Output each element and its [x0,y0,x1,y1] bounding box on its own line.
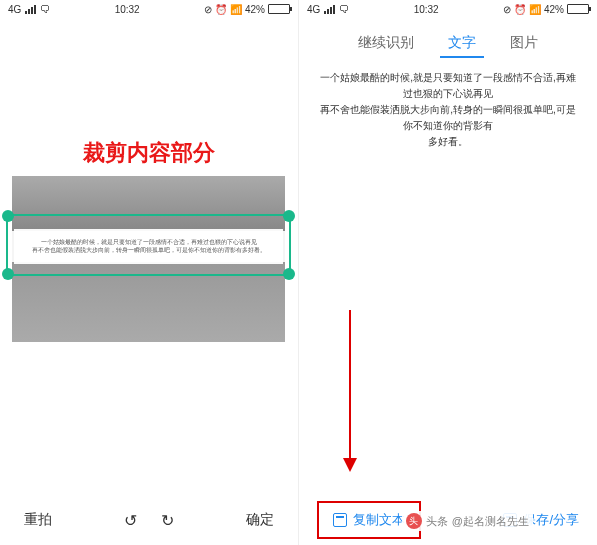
ocr-result-text[interactable]: 一个姑娘最酷的时候,就是只要知道了一段感情不合适,再难过也狠的下心说再见 再不舍… [299,58,597,162]
toutiao-icon: 头 [406,513,422,529]
crop-handle-top-left[interactable] [2,210,14,222]
status-bar-right: 4G 🗨 10:32 ⊘ ⏰ 📶 42% [299,0,597,18]
wifi-icon: 📶 [230,4,242,15]
wechat-icon: 🗨 [339,4,349,15]
battery-percent: 42% [544,4,564,15]
crop-area[interactable]: 一个姑娘最酷的时候，就是只要知道了一段感情不合适，再难过也狠的下心说再见 再不舍… [12,176,285,342]
left-phone-screen: 4G 🗨 10:32 ⊘ ⏰ 📶 42% 裁剪内容部分 一个姑娘最酷的时候，就是… [0,0,298,545]
result-tabs: 继续识别 文字 图片 [299,30,597,58]
tab-continue-recognition[interactable]: 继续识别 [350,30,422,58]
annotation-arrow [349,310,351,470]
rotate-left-icon[interactable]: ↺ [124,511,137,530]
copy-icon [333,513,347,527]
alarm-off-icon: ⊘ [503,4,511,15]
network-label: 4G [307,4,320,15]
right-phone-screen: 4G 🗨 10:32 ⊘ ⏰ 📶 42% 继续识别 文字 图片 一个姑娘最酷的时… [298,0,597,545]
rotate-right-icon[interactable]: ↻ [161,511,174,530]
crop-title-annotation: 裁剪内容部分 [0,138,298,168]
confirm-button[interactable]: 确定 [246,511,274,529]
signal-icon [25,5,36,14]
crop-handle-bottom-right[interactable] [283,268,295,280]
watermark: 头 头条 @起名测名先生 [402,511,533,531]
battery-icon [268,4,290,14]
left-bottom-bar: 重拍 ↺ ↻ 确定 [0,495,298,545]
network-label: 4G [8,4,21,15]
wechat-icon: 🗨 [40,4,50,15]
battery-percent: 42% [245,4,265,15]
alarm-icon: ⏰ [215,4,227,15]
status-bar: 4G 🗨 10:32 ⊘ ⏰ 📶 42% [0,0,298,18]
signal-icon [324,5,335,14]
crop-handle-top-right[interactable] [283,210,295,222]
alarm-icon: ⏰ [514,4,526,15]
alarm-off-icon: ⊘ [204,4,212,15]
clock: 10:32 [115,4,140,15]
crop-handle-bottom-left[interactable] [2,268,14,280]
tab-image[interactable]: 图片 [502,30,546,58]
watermark-author: @起名测名先生 [452,514,529,529]
tab-text[interactable]: 文字 [440,30,484,58]
retake-button[interactable]: 重拍 [24,511,52,529]
battery-icon [567,4,589,14]
clock: 10:32 [414,4,439,15]
crop-frame[interactable] [6,214,291,276]
wifi-icon: 📶 [529,4,541,15]
watermark-prefix: 头条 [426,514,448,529]
